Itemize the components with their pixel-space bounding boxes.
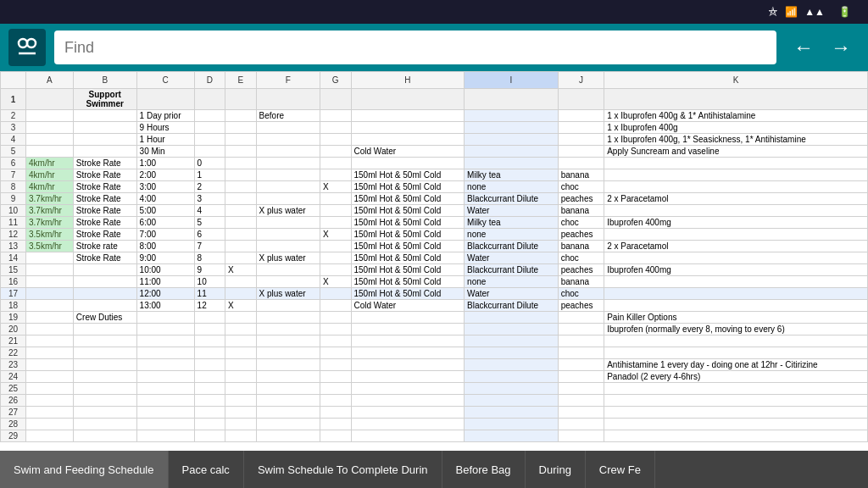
tab-item[interactable]: Pace calc xyxy=(169,451,244,488)
cell-17-C: 12:00 xyxy=(136,288,194,300)
table-row: 14Stroke Rate9:008X plus water150ml Hot … xyxy=(1,252,868,264)
header-ucan xyxy=(256,89,320,110)
table-row: 25 xyxy=(1,383,868,395)
row-6-num: 6 xyxy=(1,158,26,169)
cell-25-K xyxy=(604,383,868,395)
col-header-K: K xyxy=(604,72,868,89)
tab-item[interactable]: Swim Schedule To Complete Durin xyxy=(244,451,442,488)
tab-item[interactable]: Before Bag xyxy=(442,451,526,488)
cell-22-H xyxy=(351,347,465,359)
table-row: 28 xyxy=(1,419,868,430)
row-22-num: 22 xyxy=(1,347,26,359)
cell-17-J: choc xyxy=(558,288,604,300)
svg-point-0 xyxy=(19,39,27,47)
cell-17-I: Water xyxy=(465,288,559,300)
col-header-F: F xyxy=(256,72,320,89)
cell-24-D xyxy=(194,371,225,383)
cell-27-F xyxy=(256,407,320,419)
cell-7-B: Stroke Rate xyxy=(73,169,136,181)
cell-28-K xyxy=(604,419,868,430)
row-12-num: 12 xyxy=(1,229,26,241)
column-header-row: A B C D E F G H I J K xyxy=(1,72,868,89)
tab-item[interactable]: Crew Fe xyxy=(586,451,655,488)
search-input[interactable] xyxy=(64,39,766,57)
cell-17-K xyxy=(604,288,868,300)
cell-6-A: 4km/hr xyxy=(26,158,74,169)
cell-24-H xyxy=(351,371,465,383)
back-arrow[interactable]: ← xyxy=(793,36,814,59)
col-header-row-num xyxy=(1,72,26,89)
table-row: 64km/hrStroke Rate1:000 xyxy=(1,158,868,169)
cell-28-A xyxy=(26,419,74,430)
cell-8-J: choc xyxy=(558,181,604,193)
cell-14-K xyxy=(604,252,868,264)
cell-7-F xyxy=(256,169,320,181)
cell-28-J xyxy=(558,419,604,430)
row-5-num: 5 xyxy=(1,146,26,158)
cell-18-J: peaches xyxy=(558,300,604,312)
table-row: 23Antihistamine 1 every day - doing one … xyxy=(1,359,868,371)
header-support: SupportSwimmer xyxy=(73,89,136,110)
cell-11-F xyxy=(256,217,320,229)
tab-item[interactable]: Swim and Feeding Schedule xyxy=(0,451,169,488)
search-box[interactable] xyxy=(54,30,776,64)
cell-21-D xyxy=(194,336,225,347)
cell-23-I xyxy=(465,359,559,371)
cell-15-B xyxy=(73,264,136,276)
cell-26-F xyxy=(256,395,320,407)
cell-20-D xyxy=(194,324,225,336)
row-24-num: 24 xyxy=(1,371,26,383)
cell-12-B: Stroke Rate xyxy=(73,229,136,241)
cell-10-C: 5:00 xyxy=(136,205,194,217)
row-14-num: 14 xyxy=(1,252,26,264)
cell-6-J xyxy=(558,158,604,169)
cell-25-D xyxy=(194,383,225,395)
cell-6-C: 1:00 xyxy=(136,158,194,169)
cell-13-H: 150ml Hot & 50ml Cold xyxy=(351,241,465,252)
cell-28-E xyxy=(225,419,256,430)
tab-item[interactable]: During xyxy=(526,451,586,488)
status-bar: ⛤ 📶 ▲▲ 🔋 xyxy=(0,0,868,24)
cell-15-C: 10:00 xyxy=(136,264,194,276)
cell-8-E xyxy=(225,181,256,193)
cell-26-C xyxy=(136,395,194,407)
cell-11-D: 5 xyxy=(194,217,225,229)
cell-29-J xyxy=(558,430,604,442)
cell-12-H: 150ml Hot & 50ml Cold xyxy=(351,229,465,241)
cell-21-G xyxy=(320,336,351,347)
cell-10-F: X plus water xyxy=(256,205,320,217)
cell-2-J xyxy=(558,110,604,122)
table-row: 22 xyxy=(1,347,868,359)
cell-20-B xyxy=(73,324,136,336)
cell-15-E: X xyxy=(225,264,256,276)
cell-16-H: 150ml Hot & 50ml Cold xyxy=(351,276,465,288)
cell-16-F xyxy=(256,276,320,288)
cell-4-K: 1 x Ibuprofen 400g, 1* Seasickness, 1* A… xyxy=(604,134,868,146)
cell-21-I xyxy=(465,336,559,347)
cell-4-F xyxy=(256,134,320,146)
cell-21-F xyxy=(256,336,320,347)
spreadsheet-container: A B C D E F G H I J K 1 SupportSwimmer xyxy=(0,71,868,451)
cell-16-K xyxy=(604,276,868,288)
cell-4-C: 1 Hour xyxy=(136,134,194,146)
cell-17-F: X plus water xyxy=(256,288,320,300)
forward-arrow[interactable]: → xyxy=(831,36,851,59)
cell-23-F xyxy=(256,359,320,371)
cell-9-J: peaches xyxy=(558,193,604,205)
table-row: 20Ibuprofen (normally every 8, moving to… xyxy=(1,324,868,336)
cell-3-F xyxy=(256,122,320,134)
bluetooth-icon: ⛤ xyxy=(768,6,778,18)
cell-2-I xyxy=(465,110,559,122)
cell-10-D: 4 xyxy=(194,205,225,217)
cell-18-A xyxy=(26,300,74,312)
cell-22-J xyxy=(558,347,604,359)
row-9-num: 9 xyxy=(1,193,26,205)
cell-3-E xyxy=(225,122,256,134)
cell-9-D: 3 xyxy=(194,193,225,205)
cell-23-C xyxy=(136,359,194,371)
row-17-num: 17 xyxy=(1,288,26,300)
col-header-H: H xyxy=(351,72,465,89)
row-11-num: 11 xyxy=(1,217,26,229)
cell-8-A: 4km/hr xyxy=(26,181,74,193)
table-body: 21 Day priorBefore1 x Ibuprofen 400g & 1… xyxy=(1,110,868,442)
